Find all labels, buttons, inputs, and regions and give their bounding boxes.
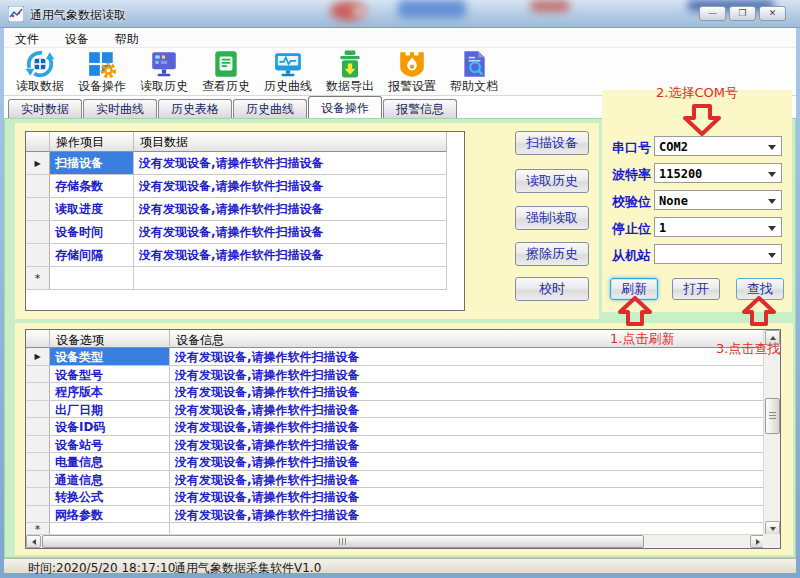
toolbar-button-device-operate[interactable]: 设备操作 — [71, 48, 133, 95]
read-history-button[interactable]: 读取历史 — [515, 169, 589, 193]
toolbar-button-read-history[interactable]: 读取历史 — [133, 48, 195, 95]
toolbar-button-data-export[interactable]: 数据导出 — [319, 48, 381, 95]
table-row[interactable]: 程序版本 没有发现设备,请操作软件扫描设备 — [26, 383, 765, 401]
value-cell[interactable]: 没有发现设备,请操作软件扫描设备 — [170, 436, 765, 454]
vertical-scrollbar[interactable] — [763, 330, 780, 536]
toolbar-button-alarm-settings[interactable]: 报警设置 — [381, 48, 443, 95]
table-row[interactable]: 设备型号 没有发现设备,请操作软件扫描设备 — [26, 366, 765, 384]
refresh-button[interactable]: 刷新 — [610, 278, 658, 300]
slave-station-select[interactable] — [654, 244, 782, 264]
toolbar-button-history-curve[interactable]: 历史曲线 — [257, 48, 319, 95]
new-row[interactable]: * — [26, 267, 464, 290]
value-cell[interactable]: 没有发现设备,请操作软件扫描设备 — [170, 506, 765, 524]
column-header[interactable]: 操作项目 — [50, 132, 134, 152]
value-cell[interactable]: 没有发现设备,请操作软件扫描设备 — [134, 221, 447, 244]
tab-history-curve[interactable]: 历史曲线 — [233, 99, 307, 118]
column-header[interactable]: 设备信息 — [170, 330, 765, 348]
value-cell[interactable]: 没有发现设备,请操作软件扫描设备 — [134, 152, 447, 175]
item-cell[interactable]: 存储间隔 — [50, 244, 134, 267]
value-cell[interactable]: 没有发现设备,请操作软件扫描设备 — [170, 418, 765, 436]
item-cell[interactable]: 设备型号 — [50, 366, 170, 384]
force-read-button[interactable]: 强制读取 — [515, 206, 589, 230]
item-cell[interactable] — [50, 267, 134, 290]
value-cell[interactable]: 没有发现设备,请操作软件扫描设备 — [170, 383, 765, 401]
menu-device[interactable]: 设备 — [54, 28, 100, 48]
row-header-cell — [26, 175, 50, 198]
toolbar-button-help-doc[interactable]: 帮助文档 — [443, 48, 505, 95]
value-cell[interactable]: 没有发现设备,请操作软件扫描设备 — [134, 244, 447, 267]
value-cell[interactable]: 没有发现设备,请操作软件扫描设备 — [134, 175, 447, 198]
maximize-button[interactable]: ❐ — [729, 6, 756, 21]
horizontal-scrollbar[interactable] — [26, 534, 765, 548]
value-cell[interactable]: 没有发现设备,请操作软件扫描设备 — [134, 198, 447, 221]
table-row[interactable]: 存储间隔 没有发现设备,请操作软件扫描设备 — [26, 244, 464, 267]
table-row[interactable]: 通道信息 没有发现设备,请操作软件扫描设备 — [26, 471, 765, 489]
serial-port-select[interactable]: COM2 — [654, 136, 782, 156]
menu-file[interactable]: 文件 — [4, 28, 50, 48]
row-header-cell — [26, 506, 50, 524]
table-row[interactable]: 电量信息 没有发现设备,请操作软件扫描设备 — [26, 453, 765, 471]
tab-device-operate[interactable]: 设备操作 — [308, 96, 382, 118]
item-cell[interactable]: 电量信息 — [50, 453, 170, 471]
item-cell[interactable]: 出厂日期 — [50, 401, 170, 419]
chevron-down-icon — [768, 253, 776, 258]
erase-history-button[interactable]: 擦除历史 — [515, 242, 589, 266]
item-cell[interactable]: 读取进度 — [50, 198, 134, 221]
column-header[interactable]: 设备选项 — [50, 330, 170, 348]
value-cell[interactable]: 没有发现设备,请操作软件扫描设备 — [170, 401, 765, 419]
vertical-scroll-thumb[interactable] — [765, 398, 780, 434]
item-cell[interactable]: 存储条数 — [50, 175, 134, 198]
open-button[interactable]: 打开 — [672, 278, 720, 300]
table-row[interactable]: 存储条数 没有发现设备,请操作软件扫描设备 — [26, 175, 464, 198]
column-header[interactable]: 项目数据 — [134, 132, 447, 152]
table-row[interactable]: ▶ 扫描设备 没有发现设备,请操作软件扫描设备 — [26, 152, 464, 175]
stop-bit-select[interactable]: 1 — [654, 217, 782, 237]
value-cell[interactable]: 没有发现设备,请操作软件扫描设备 — [170, 453, 765, 471]
item-cell[interactable]: 设备站号 — [50, 436, 170, 454]
tab-history-table[interactable]: 历史表格 — [158, 99, 232, 118]
time-sync-button[interactable]: 校时 — [515, 277, 589, 301]
item-cell[interactable]: 扫描设备 — [50, 152, 134, 175]
value-cell[interactable]: 没有发现设备,请操作软件扫描设备 — [170, 471, 765, 489]
row-header-cell — [26, 221, 50, 244]
scroll-up-button[interactable] — [765, 330, 780, 345]
value-cell[interactable]: 没有发现设备,请操作软件扫描设备 — [170, 488, 765, 506]
table-row[interactable]: 网络参数 没有发现设备,请操作软件扫描设备 — [26, 506, 765, 524]
find-button[interactable]: 查找 — [736, 278, 784, 300]
horizontal-scroll-thumb[interactable] — [42, 535, 644, 548]
value-cell[interactable] — [134, 267, 447, 290]
item-cell[interactable]: 网络参数 — [50, 506, 170, 524]
close-button[interactable]: ✕ — [759, 6, 786, 21]
minimize-button[interactable]: — — [699, 6, 726, 21]
item-cell[interactable]: 设备类型 — [50, 348, 170, 366]
toolbar-button-view-history[interactable]: 查看历史 — [195, 48, 257, 95]
scan-device-button[interactable]: 扫描设备 — [515, 131, 589, 155]
item-cell[interactable]: 通道信息 — [50, 471, 170, 489]
value-cell[interactable]: 没有发现设备,请操作软件扫描设备 — [170, 348, 765, 366]
chevron-down-icon — [768, 226, 776, 231]
table-row[interactable]: 读取进度 没有发现设备,请操作软件扫描设备 — [26, 198, 464, 221]
table-row[interactable]: 转换公式 没有发现设备,请操作软件扫描设备 — [26, 488, 765, 506]
toolbar-button-read-data[interactable]: 读取数据 — [9, 48, 71, 95]
table-row[interactable]: 设备站号 没有发现设备,请操作软件扫描设备 — [26, 436, 765, 454]
item-cell[interactable]: 设备时间 — [50, 221, 134, 244]
tab-realtime-data[interactable]: 实时数据 — [8, 99, 82, 118]
baud-rate-select[interactable]: 115200 — [654, 163, 782, 183]
value-cell[interactable]: 没有发现设备,请操作软件扫描设备 — [170, 366, 765, 384]
item-cell[interactable]: 设备ID码 — [50, 418, 170, 436]
table-row[interactable]: 设备时间 没有发现设备,请操作软件扫描设备 — [26, 221, 464, 244]
titlebar[interactable]: 通用气象数据读取 — ❐ ✕ — [0, 0, 800, 28]
minimize-icon: — — [708, 8, 717, 18]
tab-realtime-curve[interactable]: 实时曲线 — [83, 99, 157, 118]
parity-select[interactable]: None — [654, 190, 782, 210]
menubar: 文件 设备 帮助 — [4, 28, 796, 48]
item-cell[interactable]: 转换公式 — [50, 488, 170, 506]
table-row[interactable]: 出厂日期 没有发现设备,请操作软件扫描设备 — [26, 401, 765, 419]
menu-help[interactable]: 帮助 — [104, 28, 150, 48]
slave-station-label: 从机站 — [612, 247, 656, 265]
item-cell[interactable]: 程序版本 — [50, 383, 170, 401]
table-row[interactable]: ▶ 设备类型 没有发现设备,请操作软件扫描设备 — [26, 348, 765, 366]
tab-alarm-info[interactable]: 报警信息 — [383, 99, 457, 118]
table-row[interactable]: 设备ID码 没有发现设备,请操作软件扫描设备 — [26, 418, 765, 436]
scroll-left-button[interactable] — [26, 535, 41, 548]
